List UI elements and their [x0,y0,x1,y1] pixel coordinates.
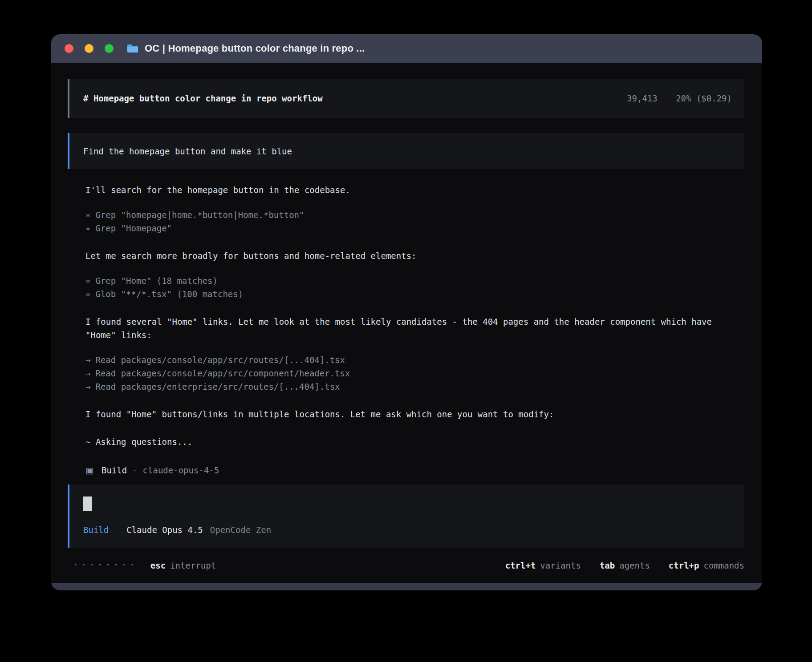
tool-call-read: →Read packages/console/app/src/routes/[.… [85,353,744,367]
hint-interrupt: escinterrupt [150,559,216,572]
key-ctrl-t: ctrl+t [505,561,536,570]
status-bar-left: •••••••• escinterrupt [68,559,216,572]
hint-label: variants [540,561,581,570]
tool-call-grep: ∗Grep "Home" (18 matches) [85,274,744,287]
hint-variants: ctrl+tvariants [505,559,581,572]
agent-badge: ▣Build·claude-opus-4-5 [68,464,744,477]
hint-label: interrupt [170,561,216,570]
tool-call-read: →Read packages/enterprise/src/routes/[..… [85,380,744,393]
session-stats: 39,413 20% ($0.29) [627,93,732,103]
assistant-text: I'll search for the homepage button in t… [68,183,744,197]
input-meta: BuildClaude Opus 4.5OpenCode Zen [83,523,732,537]
tool-call-read: →Read packages/console/app/src/component… [85,367,744,380]
folder-icon [127,44,138,53]
agent-name: Build [102,465,127,475]
tool-asterisk-icon: ∗ [85,287,90,301]
context-usage: 20% ($0.29) [676,93,732,103]
tool-call-text: Read packages/console/app/src/component/… [95,368,350,378]
tool-asterisk-icon: ∗ [85,208,90,222]
token-count: 39,413 [627,93,658,103]
hint-agents: tabagents [600,559,650,572]
text-cursor [83,496,92,511]
user-message: Find the homepage button and make it blu… [68,133,744,169]
spinner-dots-icon: •••••••• [74,559,139,571]
status-line: ~ Asking questions... [68,435,744,448]
hint-label: agents [619,561,650,570]
tool-asterisk-icon: ∗ [85,222,90,235]
window-bottom-edge [51,583,762,590]
minimize-button[interactable] [85,44,93,53]
dot-separator: · [132,465,137,475]
window-title: OC | Homepage button color change in rep… [145,43,365,54]
user-message-text: Find the homepage button and make it blu… [83,146,292,156]
terminal-window: OC | Homepage button color change in rep… [51,34,762,590]
key-ctrl-p: ctrl+p [669,561,699,570]
status-bar: •••••••• escinterrupt ctrl+tvariants tab… [68,559,744,572]
arrow-right-icon: → [85,353,90,367]
tool-call-group: ∗Grep "Home" (18 matches) ∗Glob "**/*.ts… [68,274,744,301]
assistant-text: I found several "Home" links. Let me loo… [68,315,744,342]
provider-label: OpenCode Zen [210,525,271,535]
tool-call-glob: ∗Glob "**/*.tsx" (100 matches) [85,287,744,301]
hint-commands: ctrl+pcommands [669,559,744,572]
zoom-button[interactable] [105,44,114,53]
close-button[interactable] [65,44,73,53]
assistant-text: I found "Home" buttons/links in multiple… [68,408,744,421]
tool-call-text: Read packages/enterprise/src/routes/[...… [95,382,340,392]
tool-asterisk-icon: ∗ [85,274,90,287]
tool-call-group: ∗Grep "homepage|home.*button|Home.*butto… [68,208,744,235]
model-label: Claude Opus 4.5 [126,525,203,535]
tool-call-text: Grep "Homepage" [95,223,172,233]
window-titlebar[interactable]: OC | Homepage button color change in rep… [51,34,762,63]
tool-call-text: Glob "**/*.tsx" (100 matches) [95,289,243,299]
arrow-right-icon: → [85,367,90,380]
prompt-input[interactable]: BuildClaude Opus 4.5OpenCode Zen [68,484,744,548]
tool-call-grep: ∗Grep "Homepage" [85,222,744,235]
session-header: # Homepage button color change in repo w… [68,79,744,118]
status-bar-right: ctrl+tvariants tabagents ctrl+pcommands [505,559,744,572]
task-square-icon: ▣ [85,465,93,475]
key-tab: tab [600,561,615,570]
tool-call-grep: ∗Grep "homepage|home.*button|Home.*butto… [85,208,744,222]
terminal-content: # Homepage button color change in repo w… [51,63,762,583]
arrow-right-icon: → [85,380,90,393]
agent-model: claude-opus-4-5 [143,465,219,475]
key-esc: esc [150,561,166,570]
tool-call-group: →Read packages/console/app/src/routes/[.… [68,353,744,393]
session-title: # Homepage button color change in repo w… [83,93,323,103]
traffic-lights [65,44,114,53]
agent-mode-label[interactable]: Build [83,525,109,535]
tool-call-text: Grep "homepage|home.*button|Home.*button… [95,210,304,220]
tool-call-text: Read packages/console/app/src/routes/[..… [95,355,345,365]
tool-call-text: Grep "Home" (18 matches) [95,276,218,286]
hint-label: commands [703,561,744,570]
assistant-text: Let me search more broadly for buttons a… [68,249,744,262]
